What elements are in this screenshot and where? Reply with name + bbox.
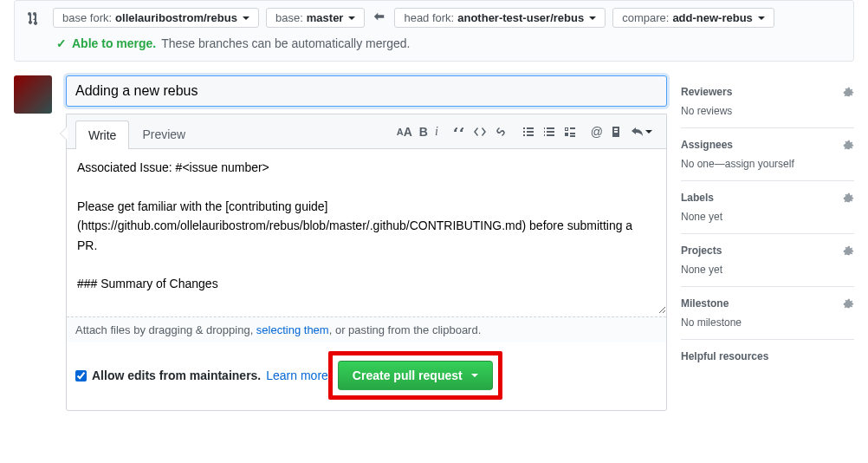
base-fork-value: ollelauribostrom/rebus [115,11,237,24]
base-fork-select[interactable]: base fork: ollelauribostrom/rebus [53,8,259,28]
sidebar-assignees: Assignees No one—assign yourself [681,128,854,181]
sidebar-reviewers: Reviewers No reviews [681,75,854,128]
mention-icon[interactable]: @ [591,125,603,139]
sidebar-milestone: Milestone No milestone [681,287,854,340]
attach-suffix: , or pasting from the clipboard. [329,323,482,336]
caret-down-icon [758,16,765,20]
base-label: base: [275,11,303,24]
milestone-title: Milestone [681,297,729,310]
allow-edits-row: Allow edits from maintainers. Learn more [75,368,328,382]
head-fork-label: head fork: [404,11,454,24]
labels-body: None yet [681,211,854,223]
helpful-title: Helpful resources [681,350,768,362]
base-value: master [307,11,344,24]
ul-icon[interactable] [521,125,535,139]
compare-branch-select[interactable]: compare: add-new-rebus [612,8,774,28]
branch-compare-bar: base fork: ollelauribostrom/rebus base: … [14,0,854,62]
create-pr-button[interactable]: Create pull request [338,361,493,390]
caret-down-icon [243,16,249,20]
head-fork-select[interactable]: head fork: another-test-user/rebus [394,8,606,28]
tasklist-icon[interactable] [563,125,577,139]
main-area: Write Preview AA B i [14,75,854,411]
milestone-body: No milestone [681,316,854,329]
pr-form: Write Preview AA B i [66,75,667,411]
caret-down-icon [589,16,596,20]
avatar [14,75,52,114]
create-button-highlight: Create pull request [328,351,502,400]
attach-prefix: Attach files by dragging & dropping, [75,323,256,336]
projects-body: None yet [681,264,854,276]
sidebar-helpful: Helpful resources [681,340,854,380]
merge-desc-text: These branches can be automatically merg… [161,36,410,50]
code-icon[interactable] [473,125,487,139]
reviewers-title: Reviewers [681,86,732,98]
sidebar-labels: Labels None yet [681,181,854,234]
gear-icon[interactable] [842,139,854,151]
compare-label: compare: [622,11,669,24]
projects-title: Projects [681,245,722,257]
bold-icon[interactable]: B [419,125,428,139]
merge-able-text: Able to merge. [72,36,156,50]
allow-edits-checkbox[interactable] [75,370,87,381]
heading-icon[interactable]: AA [397,125,412,139]
branch-row: base fork: ollelauribostrom/rebus base: … [22,8,846,28]
create-pr-label: Create pull request [353,368,463,382]
reply-icon[interactable] [631,125,652,139]
allow-edits-label: Allow edits from maintainers. [92,368,261,382]
check-icon: ✓ [56,36,67,50]
ol-icon[interactable] [542,125,556,139]
merge-status: ✓ Able to merge. These branches can be a… [22,36,846,50]
compare-icon [27,11,41,25]
labels-title: Labels [681,192,714,204]
italic-icon[interactable]: i [435,125,438,139]
gear-icon[interactable] [842,297,854,310]
form-footer: Allow edits from maintainers. Learn more… [67,342,666,410]
reference-icon[interactable] [610,125,624,139]
tab-write[interactable]: Write [75,121,129,149]
quote-icon[interactable] [452,125,466,139]
sidebar: Reviewers No reviews Assignees No one—as… [681,75,854,411]
caret-down-icon [348,16,355,20]
comment-box: Write Preview AA B i [66,114,667,411]
gear-icon[interactable] [842,245,854,257]
tab-preview[interactable]: Preview [129,120,198,148]
gear-icon[interactable] [842,192,854,204]
sidebar-projects: Projects None yet [681,234,854,287]
md-toolbar: AA B i @ [397,125,657,144]
link-icon[interactable] [494,125,508,139]
base-branch-select[interactable]: base: master [266,8,365,28]
gear-icon[interactable] [842,86,854,98]
base-fork-label: base fork: [62,11,112,24]
pr-title-input[interactable] [66,75,667,107]
assignees-body: No one— [681,158,725,170]
attach-hint: Attach files by dragging & dropping, sel… [67,316,666,342]
tabs-row: Write Preview AA B i [67,114,666,149]
arrow-left-icon [372,10,387,26]
compare-value: add-new-rebus [672,11,752,24]
reviewers-body: No reviews [681,105,854,117]
pr-body-textarea[interactable] [67,149,666,314]
assign-yourself-link[interactable]: assign yourself [725,158,794,170]
assignees-title: Assignees [681,139,733,151]
head-fork-value: another-test-user/rebus [457,11,584,24]
caret-down-icon [471,374,478,377]
learn-more-link[interactable]: Learn more [266,368,328,382]
attach-link[interactable]: selecting them [256,323,329,336]
